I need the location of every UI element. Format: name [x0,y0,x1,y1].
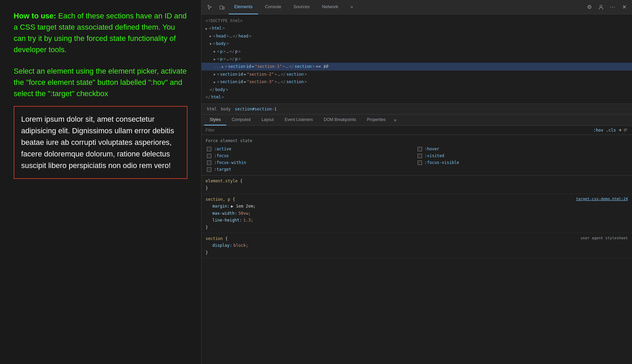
label-active[interactable]: :active [214,147,231,151]
breadcrumb-body[interactable]: body [220,106,232,112]
tree-head[interactable]: <head>…</head> [201,32,632,40]
force-state-title: Force element state [206,138,628,143]
breadcrumb-section1[interactable]: section#section-1 [234,106,278,112]
cb-row-target: :target [207,167,418,172]
tree-section2[interactable]: <section id="section-2">…</section> [201,71,632,78]
more-options-icon[interactable]: ⋯ [607,2,618,12]
tab-properties[interactable]: Properties [362,115,391,125]
filter-input[interactable] [206,128,593,133]
expand-p1-icon[interactable] [214,48,215,54]
hov-button[interactable]: :hov [593,128,603,133]
label-focus[interactable]: :focus [214,153,229,158]
toggle-styles-button[interactable] [623,127,628,133]
css-link-user-agent: user agent stylesheet [581,235,628,242]
tab-dom-breakpoints[interactable]: DOM Breakpoints [318,115,362,125]
css-prop-display: display: block; [206,242,628,249]
label-visited[interactable]: :visited [425,153,445,158]
css-selector-section-ua: section [206,236,225,241]
checkbox-focus-within[interactable] [207,161,211,165]
intro-paragraph: How to use: Each of these sections have … [14,10,187,55]
style-tab-more-icon[interactable]: » [391,115,399,125]
svg-rect-1 [223,7,224,9]
cb-row-focus-within: :focus-within [207,160,418,165]
cb-row-active: :active [207,147,418,151]
css-rule-section-ua: section { user agent stylesheet display:… [201,233,632,258]
tree-section1[interactable]: ... <section id="section-1">…</section> … [201,63,632,70]
label-target[interactable]: :target [214,167,231,172]
tab-more[interactable]: » [345,0,358,14]
tab-styles[interactable]: Styles [204,115,226,125]
svg-point-2 [600,5,602,7]
cb-row-focus-visible: :focus-visible [418,160,628,165]
tree-p2[interactable]: <p>…</p> [201,55,632,63]
filter-bar: :hov .cls + [201,126,632,135]
cls-button[interactable]: .cls [606,128,616,133]
collapse-body-icon[interactable] [210,41,211,47]
label-focus-within[interactable]: :focus-within [214,160,246,165]
force-element-state-section: Force element state :active :hover :focu… [201,135,632,176]
css-prop-max-width: max-width: 50vw; [206,210,628,217]
svg-rect-0 [220,6,223,9]
expand-section3-icon[interactable] [214,79,215,85]
breadcrumb-html[interactable]: html [206,106,218,112]
checkbox-focus[interactable] [207,154,211,158]
style-tabs-bar: Styles Computed Layout Event Listeners D… [201,115,632,126]
css-selector-section-p: section, p [206,197,232,202]
settings-icon[interactable]: ⚙ [584,2,595,12]
checkbox-focus-visible[interactable] [418,161,422,165]
tree-html[interactable]: <html> [201,25,632,32]
html-tree: <!DOCTYPE html> <html> <head>…</head> <b… [201,14,632,104]
expand-section2-icon[interactable] [214,71,215,77]
close-devtools-button[interactable]: ✕ [619,2,629,12]
tab-network[interactable]: Network [317,0,344,14]
checkbox-target[interactable] [207,167,211,172]
expand-head-icon[interactable] [210,33,211,39]
cb-row-focus: :focus [207,153,418,158]
css-prop-line-height: line-height: 1.3; [206,217,628,224]
tab-elements[interactable]: Elements [229,0,258,14]
lorem-text: Lorem ipsum dolor sit, amet consectetur … [21,113,180,171]
checkbox-active[interactable] [207,147,211,151]
checkbox-hover[interactable] [418,147,422,151]
tree-body[interactable]: <body> [201,40,632,47]
css-rule-element-style: element.style { } [201,176,632,194]
tab-console[interactable]: Console [259,0,287,14]
tree-html-close: </html> [201,93,632,101]
css-selector-element-style: element.style [206,179,240,183]
tree-p1[interactable]: <p>…</p> [201,48,632,55]
tree-section3[interactable]: <section id="section-3">…</section> [201,78,632,86]
checkbox-visited[interactable] [418,154,422,158]
checkbox-grid: :active :hover :focus :visited :focus-wi… [206,147,628,172]
css-rule-section-p: section, p { target-css-demo.html:24 mar… [201,194,632,233]
element-picker-button[interactable] [204,2,215,13]
intro-bold: How to use: [14,12,56,20]
expand-html-icon[interactable] [206,26,207,31]
left-panel: How to use: Each of these sections have … [0,0,201,364]
tree-body-close: </body> [201,86,632,93]
tab-computed[interactable]: Computed [226,115,256,125]
devtools-toolbar: Elements Console Sources Network » ⚙ ⋯ ✕ [201,0,632,14]
add-style-rule-button[interactable]: + [619,127,622,133]
profile-icon[interactable] [596,2,606,12]
devtools-panel: Elements Console Sources Network » ⚙ ⋯ ✕… [201,0,632,364]
css-link-section-p[interactable]: target-css-demo.html:24 [576,196,628,202]
tab-layout[interactable]: Layout [256,115,279,125]
tab-sources[interactable]: Sources [288,0,315,14]
styles-content: Force element state :active :hover :focu… [201,135,632,364]
tree-doctype: <!DOCTYPE html> [201,17,632,25]
css-prop-margin: margin: ▶ 1em 2em; [206,203,628,210]
instruction-paragraph: Select an element using the element pick… [14,65,187,99]
cb-row-visited: :visited [418,153,628,158]
section-box: Lorem ipsum dolor sit, amet consectetur … [14,106,187,179]
label-focus-visible[interactable]: :focus-visible [425,160,459,165]
cb-row-hover: :hover [418,147,628,151]
breadcrumb: html body section#section-1 [201,104,632,115]
expand-p2-icon[interactable] [214,56,215,62]
device-toolbar-button[interactable] [216,2,227,13]
label-hover[interactable]: :hover [425,147,439,151]
expand-section1-icon[interactable] [222,64,224,70]
tab-event-listeners[interactable]: Event Listeners [279,115,318,125]
